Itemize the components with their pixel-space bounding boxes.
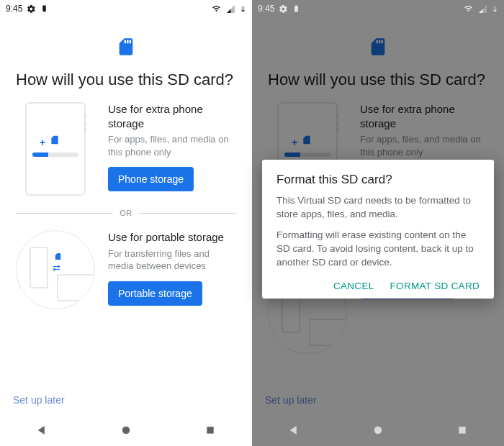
option-title: Use for portable storage	[108, 230, 236, 245]
option-desc: For apps, files, and media on this phone…	[360, 133, 488, 158]
svg-rect-3	[459, 427, 465, 433]
wifi-icon	[211, 4, 222, 13]
sd-card-icon	[16, 35, 236, 59]
nav-home-button[interactable]	[349, 424, 407, 437]
plus-icon: +	[292, 137, 297, 148]
portable-storage-button[interactable]: Portable storage	[108, 281, 202, 306]
phone-storage-button[interactable]: Phone storage	[108, 167, 194, 191]
transfer-icon: ⇄	[53, 263, 60, 273]
status-bar: 9:45	[0, 0, 252, 17]
set-up-later-link[interactable]: Set up later	[13, 394, 65, 406]
battery-saver-icon	[40, 4, 48, 14]
svg-rect-1	[207, 427, 213, 433]
sd-mini-icon	[302, 134, 312, 149]
option-desc: For apps, files, and media on this phone…	[108, 133, 236, 158]
signal-icon	[478, 4, 487, 14]
status-time: 9:45	[258, 4, 274, 14]
set-up-later-link[interactable]: Set up later	[265, 394, 317, 406]
cancel-button[interactable]: CANCEL	[333, 281, 374, 291]
sd-card-icon	[268, 35, 488, 59]
navigation-bar	[252, 414, 504, 446]
battery-saver-icon	[292, 4, 300, 14]
status-bar: 9:45	[252, 0, 504, 17]
gear-icon	[279, 4, 288, 14]
phone-sd-setup: 9:45 How will you use this SD card? +	[0, 0, 252, 446]
battery-icon	[492, 4, 498, 14]
option-portable-storage: ⇄ Use for portable storage For transferr…	[16, 230, 236, 309]
svg-point-2	[374, 427, 382, 434]
svg-point-0	[122, 427, 130, 434]
illustration-portable-storage: ⇄	[16, 230, 95, 309]
illustration-phone-storage: +	[16, 102, 95, 196]
nav-back-button[interactable]	[13, 424, 71, 437]
dialog-text-1: This Virtual SD card needs to be formatt…	[276, 194, 480, 222]
phone-format-dialog: 9:45 How will you use this SD card? +	[252, 0, 504, 446]
navigation-bar	[0, 414, 252, 446]
sd-mini-icon	[50, 134, 60, 149]
separator: OR	[16, 209, 236, 217]
plus-icon: +	[40, 137, 45, 148]
format-dialog: Format this SD card? This Virtual SD car…	[262, 160, 494, 299]
option-title: Use for extra phone storage	[108, 102, 236, 130]
wifi-icon	[463, 4, 474, 13]
page-title: How will you use this SD card?	[268, 70, 488, 89]
option-phone-storage: + Use for extra phone storage For apps, …	[16, 102, 236, 196]
nav-recent-button[interactable]	[433, 424, 491, 436]
signal-icon	[226, 4, 235, 14]
dialog-title: Format this SD card?	[276, 173, 480, 187]
option-title: Use for extra phone storage	[360, 102, 488, 130]
nav-home-button[interactable]	[97, 424, 155, 437]
status-time: 9:45	[6, 4, 22, 14]
page-title: How will you use this SD card?	[16, 70, 236, 89]
battery-icon	[240, 4, 246, 14]
nav-recent-button[interactable]	[181, 424, 239, 436]
dialog-text-2: Formatting will erase existing content o…	[276, 229, 480, 270]
gear-icon	[27, 4, 36, 14]
nav-back-button[interactable]	[265, 424, 323, 437]
format-sd-card-button[interactable]: FORMAT SD CARD	[390, 281, 480, 291]
option-desc: For transferring files and media between…	[108, 247, 236, 273]
